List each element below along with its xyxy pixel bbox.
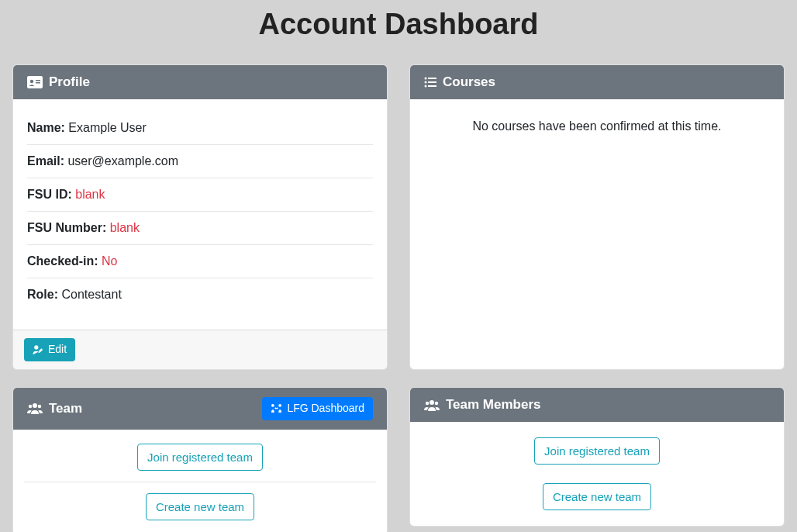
team-members-header-text: Team Members: [446, 397, 541, 413]
svg-point-8: [271, 404, 274, 407]
create-team-label: Create new team: [156, 499, 244, 515]
svg-point-4: [34, 346, 38, 350]
profile-checked-in-row: Checked-in: No: [27, 245, 373, 278]
profile-card: Profile Name: Example User Email: user@e…: [12, 64, 388, 370]
members-join-team-label: Join registered team: [544, 443, 650, 459]
svg-rect-11: [428, 78, 436, 79]
courses-empty-message: No courses have been confirmed at this t…: [424, 112, 770, 136]
team-members-card-header: Team Members: [410, 388, 784, 422]
list-icon: [424, 77, 436, 88]
profile-fsu-id-row: FSU ID: blank: [27, 178, 373, 212]
members-create-team-label: Create new team: [553, 489, 641, 505]
svg-point-17: [426, 401, 429, 404]
profile-name-value: Example User: [68, 121, 146, 134]
profile-fsu-id-label: FSU ID:: [27, 188, 72, 201]
profile-role-row: Role: Contestant: [27, 278, 373, 311]
svg-point-18: [435, 401, 438, 404]
members-create-team-button[interactable]: Create new team: [543, 483, 651, 510]
svg-point-1: [30, 80, 33, 83]
lfg-dashboard-label: LFG Dashboard: [287, 401, 364, 416]
profile-checked-in-value: No: [102, 254, 117, 268]
team-members-card: Team Members Join registered team Create…: [409, 387, 785, 527]
lfg-dashboard-button[interactable]: LFG Dashboard: [262, 397, 373, 420]
team-card: Team LFG Dashboard Join registered team: [12, 387, 388, 532]
join-team-label: Join registered team: [147, 449, 253, 465]
courses-card-body: No courses have been confirmed at this t…: [410, 99, 784, 369]
profile-role-label: Role:: [27, 288, 58, 301]
members-join-team-button[interactable]: Join registered team: [534, 437, 660, 465]
edit-button[interactable]: Edit: [24, 338, 75, 361]
profile-email-value: user@example.com: [67, 154, 178, 168]
svg-point-14: [425, 85, 427, 88]
profile-card-footer: Edit: [13, 330, 387, 369]
edit-button-label: Edit: [48, 342, 67, 358]
profile-fsu-number-value: blank: [110, 221, 140, 234]
user-edit-icon: [33, 344, 43, 355]
svg-point-6: [29, 405, 32, 408]
svg-rect-15: [428, 85, 436, 87]
people-arrows-icon: [271, 403, 282, 413]
join-team-button[interactable]: Join registered team: [137, 444, 263, 471]
svg-rect-3: [36, 82, 40, 84]
svg-point-12: [425, 81, 427, 84]
svg-point-5: [33, 403, 37, 408]
profile-name-label: Name:: [27, 121, 65, 134]
svg-point-16: [430, 400, 434, 405]
profile-card-body: Name: Example User Email: user@example.c…: [13, 99, 387, 330]
profile-card-header: Profile: [13, 65, 387, 99]
profile-header-text: Profile: [49, 74, 90, 90]
id-card-icon: [27, 76, 43, 88]
profile-role-value: Contestant: [61, 288, 121, 301]
page-title: Account Dashboard: [12, 8, 785, 41]
svg-point-7: [38, 405, 41, 408]
courses-card-header: Courses: [410, 65, 784, 99]
svg-point-10: [425, 78, 427, 80]
create-team-button[interactable]: Create new team: [146, 493, 254, 520]
team-card-header: Team LFG Dashboard: [13, 388, 387, 430]
profile-email-label: Email:: [27, 154, 64, 168]
users-icon: [424, 399, 440, 411]
courses-card: Courses No courses have been confirmed a…: [409, 64, 785, 370]
svg-point-9: [279, 404, 282, 407]
courses-header-text: Courses: [443, 74, 495, 90]
profile-checked-in-label: Checked-in:: [27, 254, 98, 268]
profile-fsu-number-label: FSU Number:: [27, 221, 106, 234]
svg-rect-13: [428, 81, 436, 83]
profile-email-row: Email: user@example.com: [27, 145, 373, 178]
team-members-card-body: Join registered team Create new team: [410, 422, 784, 526]
users-icon: [27, 402, 43, 414]
profile-fsu-number-row: FSU Number: blank: [27, 212, 373, 245]
team-card-body: Join registered team Create new team: [13, 430, 387, 532]
profile-name-row: Name: Example User: [27, 112, 373, 145]
svg-rect-2: [36, 80, 40, 81]
profile-fsu-id-value: blank: [75, 188, 105, 201]
team-header-text: Team: [49, 401, 82, 416]
